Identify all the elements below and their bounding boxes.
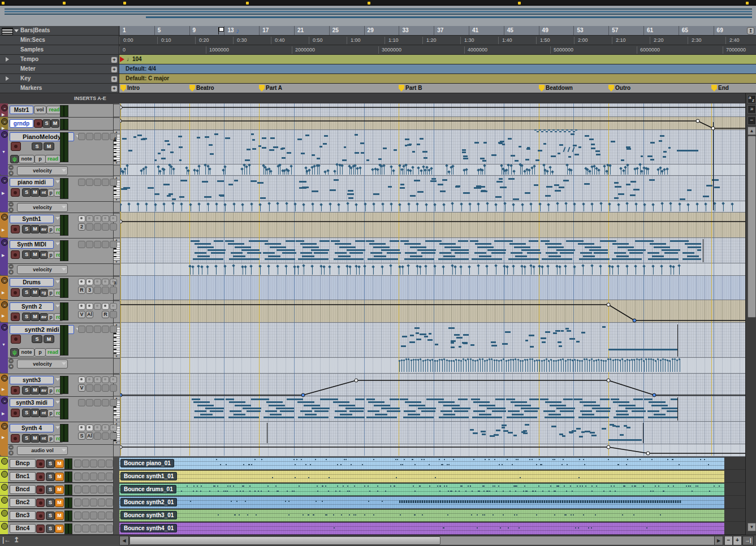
scroll-up-button[interactable]: ▲: [748, 127, 756, 135]
clip-name[interactable]: Bounce synth3_01: [120, 511, 177, 519]
insert-led[interactable]: [94, 303, 101, 310]
view-button-av[interactable]: av: [40, 313, 48, 321]
lane-add-button[interactable]: +: [8, 207, 14, 213]
track-collapse-button[interactable]: [1, 458, 8, 465]
insert-slot-3[interactable]: 3: [86, 287, 93, 294]
ruler-row-meter[interactable]: Default: 4/4: [119, 64, 756, 74]
insert-slot-empty[interactable]: [90, 473, 97, 480]
track-content-synth-4[interactable]: [119, 422, 745, 444]
insert-slot-V[interactable]: V: [78, 311, 85, 318]
insert-slot-empty[interactable]: [110, 326, 117, 333]
insert-led[interactable]: [110, 376, 117, 383]
zoom-to-end-button[interactable]: →|: [742, 536, 754, 545]
insert-led[interactable]: [78, 279, 85, 285]
note-view-button[interactable]: note: [19, 348, 34, 357]
insert-slot-empty[interactable]: [86, 241, 93, 248]
ruler-add-button[interactable]: +: [111, 66, 118, 73]
solo-button[interactable]: S: [46, 512, 55, 520]
insert-slot-empty[interactable]: [102, 432, 109, 440]
insert-slot-empty[interactable]: [102, 384, 109, 392]
record-enable-button[interactable]: [11, 409, 20, 417]
track-name[interactable]: Bnc2: [10, 498, 36, 507]
insert-led[interactable]: [102, 303, 109, 310]
insert-led[interactable]: [78, 376, 85, 383]
expand-triangle-icon[interactable]: [6, 76, 9, 81]
export-button[interactable]: ↥: [14, 536, 19, 544]
insert-led[interactable]: [94, 215, 101, 222]
mute-button[interactable]: M: [55, 512, 64, 520]
lane-remove-button[interactable]: −: [8, 264, 14, 269]
pitch-scroll-down[interactable]: ▼: [113, 161, 120, 165]
marker-list-button[interactable]: ↥: [747, 27, 754, 34]
mute-button[interactable]: M: [55, 486, 64, 494]
insert-slot-empty[interactable]: [102, 287, 109, 294]
ruler-label-markers[interactable]: Markers+: [0, 84, 119, 93]
insert-slot-empty[interactable]: [110, 399, 117, 406]
solo-button[interactable]: S: [46, 525, 55, 533]
insert-slot-empty[interactable]: [110, 384, 117, 392]
solo-button[interactable]: S: [46, 473, 55, 481]
record-enable-button[interactable]: [34, 119, 42, 128]
insert-led[interactable]: [86, 424, 93, 431]
chevron-down-icon[interactable]: [14, 29, 19, 32]
track-name[interactable]: Synth 2: [10, 302, 54, 311]
vertical-scrollbar-thumb[interactable]: [748, 136, 756, 318]
lane-type-dropdown[interactable]: velocity: [17, 203, 68, 212]
mini-scroller[interactable]: [113, 104, 120, 117]
insert-slot-empty[interactable]: [86, 179, 93, 186]
selection-flag-icon[interactable]: [219, 27, 224, 32]
insert-slot-empty[interactable]: [82, 525, 89, 532]
audio-region-bnc3[interactable]: Bounce synth3_01: [119, 509, 724, 522]
track-content-synth3[interactable]: [119, 374, 745, 396]
solo-button[interactable]: S: [22, 188, 31, 197]
marker-label[interactable]: End: [718, 84, 729, 93]
solo-button[interactable]: S: [22, 409, 31, 417]
insert-slot-empty[interactable]: [74, 512, 81, 519]
track-expand-icon[interactable]: ▶: [2, 191, 5, 196]
zoom-out-button[interactable]: −: [724, 536, 733, 545]
insert-slot-empty[interactable]: [98, 460, 105, 467]
lane-remove-button[interactable]: −: [8, 165, 14, 170]
insert-led[interactable]: [102, 215, 109, 222]
mute-button[interactable]: M: [31, 409, 40, 417]
track-collapse-button[interactable]: [1, 471, 8, 478]
marker-label[interactable]: Part A: [266, 84, 282, 93]
insert-slot-empty[interactable]: [110, 241, 117, 248]
insert-slot-empty[interactable]: [94, 399, 101, 406]
insert-slot-empty[interactable]: [86, 326, 93, 333]
instrument-icon[interactable]: ψ: [10, 155, 19, 163]
automation-mode-button[interactable]: read: [45, 348, 61, 357]
lane-add-button[interactable]: +: [8, 364, 14, 369]
zoom-preset-button[interactable]: az: [748, 95, 756, 103]
pitch-scroll-down[interactable]: ▼: [113, 260, 120, 264]
ruler-row-markers[interactable]: IntroBeatroPart APart BBeatdownOutroEnd: [119, 84, 756, 93]
insert-led[interactable]: [94, 279, 101, 285]
solo-button[interactable]: S: [22, 386, 31, 395]
insert-led[interactable]: [102, 279, 109, 285]
record-enable-button[interactable]: [11, 142, 21, 151]
mute-button[interactable]: M: [31, 386, 40, 395]
insert-slot-empty[interactable]: [78, 179, 85, 186]
track-expand-icon[interactable]: ▼: [2, 150, 6, 154]
track-expand-icon[interactable]: ▶: [2, 387, 5, 392]
lane-type-dropdown[interactable]: audio vol: [17, 446, 68, 455]
insert-slot-Al[interactable]: Al: [86, 432, 93, 440]
marker-flag-icon[interactable]: [539, 85, 545, 92]
insert-led[interactable]: [78, 303, 85, 310]
insert-slot-empty[interactable]: [82, 499, 89, 506]
track-collapse-button[interactable]: [1, 510, 8, 517]
insert-slot-R[interactable]: R: [78, 287, 85, 294]
marker-flag-icon[interactable]: [259, 85, 265, 92]
track-name[interactable]: Drums: [10, 278, 54, 287]
lane-content[interactable]: [119, 201, 745, 213]
ruler-label-minsecs[interactable]: Min:Secs: [0, 36, 119, 45]
insert-slot-empty[interactable]: [94, 241, 101, 248]
track-expand-icon[interactable]: ▶: [2, 411, 5, 416]
insert-slot-Al[interactable]: Al: [86, 311, 93, 318]
track-name[interactable]: Bnc4: [10, 524, 36, 533]
pitch-scroll-down[interactable]: ▼: [113, 441, 120, 445]
insert-slot-empty[interactable]: [110, 287, 117, 294]
mute-button[interactable]: M: [31, 188, 40, 197]
volume-button[interactable]: vol: [34, 106, 46, 114]
ruler-label-key[interactable]: Key+: [0, 74, 119, 84]
